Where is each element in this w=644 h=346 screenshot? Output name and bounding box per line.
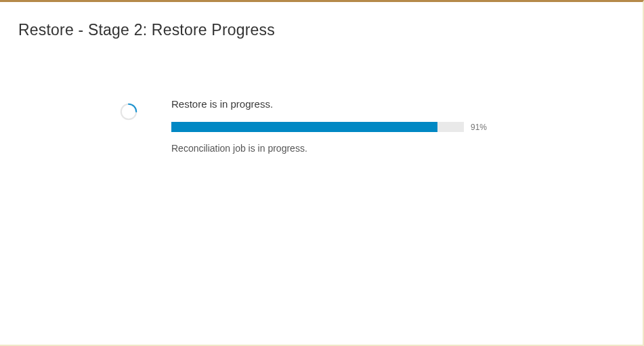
progress-percent-label: 91% (471, 123, 487, 132)
progress-section: Restore is in progress. 91% Reconciliati… (119, 98, 561, 154)
sub-status-text: Reconciliation job is in progress. (171, 143, 561, 154)
progress-bar (171, 122, 464, 132)
progress-bar-fill (171, 122, 437, 132)
page-title: Restore - Stage 2: Restore Progress (0, 2, 643, 39)
progress-bar-row: 91% (171, 122, 561, 132)
spinner-icon (119, 102, 138, 124)
status-text: Restore is in progress. (171, 98, 561, 110)
